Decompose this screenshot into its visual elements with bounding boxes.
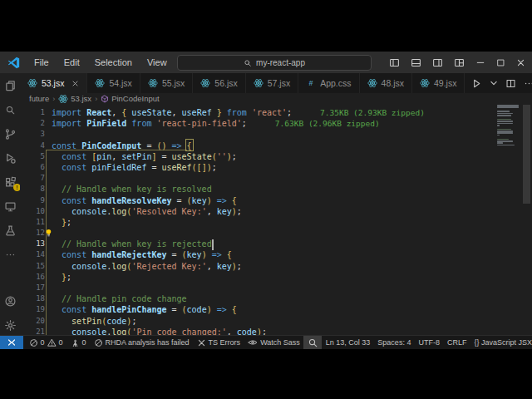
lightbulb-icon[interactable] [44,229,53,238]
breadcrumb-label: future [29,94,49,103]
code-line-2[interactable]: 2import PinField from 'react-pin-field';… [20,118,532,129]
code-line-18[interactable]: 18 // Handle pin code change [20,293,532,304]
status-rhda-status[interactable]: RHDA analysis has failed [90,336,193,349]
code-line-15[interactable]: 15 console.log('Rejected Key:', key); [20,261,532,272]
command-center-search[interactable]: my-react-app [177,55,372,71]
code-line-19[interactable]: 19 const handlePinChange = (code) => { [20,304,532,315]
status-eol[interactable]: CRLF [443,336,470,349]
code-line-1[interactable]: 1import React, { useState, useRef } from… [20,107,532,118]
maximize-icon[interactable] [496,58,505,67]
status-search-toggle[interactable] [303,336,322,349]
editor-scrollbar[interactable] [523,105,530,204]
code-text: const handleResolveKey = (key) => { [52,195,237,206]
status-text: 0 [82,338,86,347]
code-text: // Handle when key is resolved [52,184,212,195]
run-button[interactable] [471,78,482,89]
status-watch-sass[interactable]: Watch Sass [244,336,304,349]
activity-testing[interactable] [2,224,18,237]
split-editor-button[interactable] [505,78,516,89]
activity-extensions[interactable]: ! [2,175,18,189]
menu-file[interactable]: File [28,56,55,70]
code-line-16[interactable]: 16 }; [20,272,532,283]
code-line-11[interactable]: 11 }; [20,217,532,228]
symbol-method-icon [101,95,109,103]
tab-56-jsx[interactable]: 56.jsx [193,73,245,93]
tab-55-jsx[interactable]: 55.jsx [140,73,193,93]
code-line-3[interactable]: 3 [20,129,532,140]
vscode-window: FileEditSelectionView⋯ ← → my-react-app … [0,52,532,349]
code-text: // Handle pin code change [52,293,187,304]
tab-49-jsx[interactable]: 49.jsx [412,73,465,93]
code-line-12[interactable]: 12 [20,228,532,239]
minimap-line [497,142,503,144]
code-line-17[interactable]: 17 [20,283,532,293]
activity-more[interactable] [2,248,18,261]
activity-explorer[interactable] [2,79,18,92]
status-encoding[interactable]: UTF-8 [415,336,444,349]
tab-53-jsx[interactable]: 53.jsx [20,73,87,93]
code-text: import React, { useState, useRef } from … [52,107,425,118]
activity-run-debug[interactable] [2,151,18,165]
activity-settings[interactable] [2,318,18,332]
code-line-9[interactable]: 9 const handleResolveKey = (key) => { [20,195,532,206]
menu-edit[interactable]: Edit [58,56,86,70]
react-icon [95,78,105,88]
line-number: 9 [20,195,52,206]
minimap[interactable] [497,105,520,146]
code-line-14[interactable]: 14 const handleRejectKey = (key) => { [20,249,532,260]
code-line-10[interactable]: 10 console.log('Resolved Key:', key); [20,206,532,217]
layout-panel-left-icon[interactable] [389,57,400,68]
editor-actions [465,73,532,93]
layout-grid-icon[interactable] [454,57,465,68]
code-line-13[interactable]: 13 // Handle when key is rejected [20,239,532,249]
code-line-6[interactable]: 6 const pinFieldRef = useRef([]); [20,162,532,173]
line-number: 18 [20,293,52,304]
activity-search[interactable] [2,103,18,116]
status-bar: 000RHDA analysis has failedTS ErrorsWatc… [0,335,532,349]
layout-panel-bottom-icon[interactable] [411,57,421,68]
close-icon[interactable] [516,58,525,67]
tab-label: App.css [320,78,351,88]
status-language-mode[interactable]: {} JavaScript JSX [470,336,532,349]
layout-panel-right-icon[interactable] [432,57,443,68]
code-editor[interactable]: 1import React, { useState, useRef } from… [20,104,532,335]
tab-close-icon[interactable] [71,80,79,87]
breadcrumb[interactable]: future›53.jsx›PinCodeInput [20,93,532,104]
line-number: 3 [20,129,52,140]
more-actions-button[interactable] [524,78,532,89]
tab-48-jsx[interactable]: 48.jsx [360,73,412,93]
breadcrumb-separator: › [52,95,55,103]
menu-view[interactable]: View [141,56,173,70]
status-problems[interactable]: 00 [25,336,66,349]
activity-bar: ! [0,73,20,335]
status-ts-errors[interactable]: TS Errors [193,336,244,349]
status-remote-indicator[interactable] [0,336,23,349]
menu-selection[interactable]: Selection [89,56,138,70]
minimap-line [497,121,513,122]
activity-source-control[interactable] [2,127,18,140]
code-line-20[interactable]: 20 setPin(code); [20,316,532,327]
minimap-line [497,131,513,132]
breadcrumb-item-future[interactable]: future [29,94,49,103]
status-right: Ln 13, Col 33Spaces: 4UTF-8CRLF{} JavaSc… [303,336,532,349]
tab-54-jsx[interactable]: 54.jsx [87,73,140,93]
minimize-icon[interactable] [475,57,485,67]
status-cursor-position[interactable]: Ln 13, Col 33 [322,336,374,349]
code-line-5[interactable]: 5 const [pin, setPin] = useState(''); [20,151,532,162]
run-dropdown[interactable] [490,79,498,87]
tab-57-jsx[interactable]: 57.jsx [246,73,298,93]
status-ports[interactable]: 0 [66,336,90,349]
activity-remote-explorer[interactable] [2,200,18,213]
status-text: CRLF [447,338,467,347]
breadcrumb-item-pincodeinput[interactable]: PinCodeInput [101,94,160,103]
code-text: // Handle when key is rejected [52,239,212,249]
code-line-7[interactable]: 7 [20,173,532,184]
minimap-line [497,106,519,108]
status-indentation[interactable]: Spaces: 4 [374,336,415,349]
code-line-8[interactable]: 8 // Handle when key is resolved [20,184,532,195]
code-line-21[interactable]: 21 console.log('Pin code changed:', code… [20,327,532,335]
tab-app-css[interactable]: #App.css [298,73,359,93]
code-line-4[interactable]: 4const PinCodeInput = () => { [20,140,532,151]
activity-accounts[interactable] [2,294,18,308]
breadcrumb-item-53jsx[interactable]: 53.jsx [58,94,91,104]
